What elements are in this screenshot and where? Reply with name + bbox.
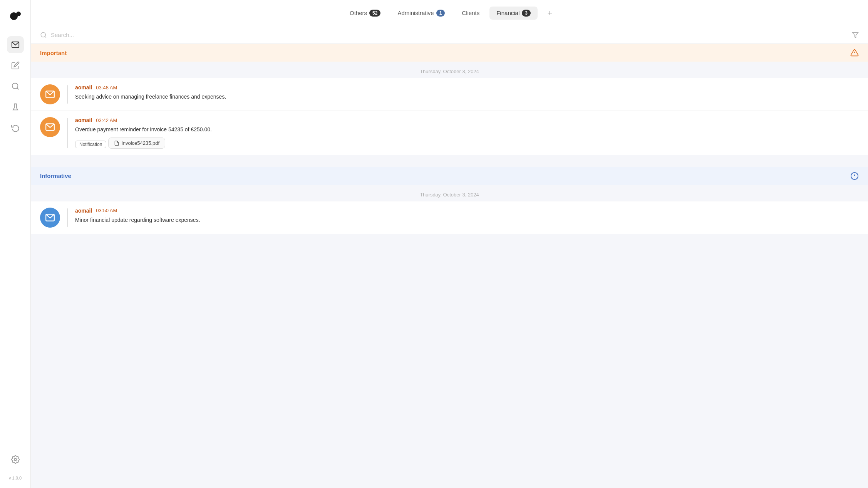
message-header: aomail 03:42 AM <box>75 117 859 123</box>
informative-title: Informative <box>40 173 71 179</box>
message-content: aomail 03:48 AM Seeking advice on managi… <box>75 84 859 101</box>
avatar <box>40 208 60 228</box>
mail-icon[interactable] <box>7 36 24 53</box>
filter-icon[interactable] <box>852 31 859 39</box>
tab-administrative-badge: 1 <box>436 10 445 17</box>
important-date: Thursday, October 3, 2024 <box>31 62 868 78</box>
attachment-name: invoice54235.pdf <box>122 140 159 146</box>
search-sidebar-icon[interactable] <box>7 78 24 95</box>
search-icon <box>40 32 47 39</box>
svg-point-3 <box>12 83 18 89</box>
message-body: Overdue payment reminder for invoice 542… <box>75 126 859 134</box>
important-section-header: Important <box>31 44 868 62</box>
message-body: Seeking advice on managing freelance fin… <box>75 93 859 101</box>
warning-icon <box>850 49 859 57</box>
search-input[interactable] <box>51 32 848 38</box>
message-bar <box>67 118 68 148</box>
informative-section-header: Informative <box>31 167 868 184</box>
tab-financial[interactable]: Financial 3 <box>489 7 538 20</box>
message-body: Minor financial update regarding softwar… <box>75 216 859 224</box>
tab-others[interactable]: Others 52 <box>343 7 387 20</box>
svg-marker-9 <box>853 33 858 38</box>
avatar <box>40 84 60 104</box>
sidebar-bottom: v 1.0.0 <box>7 451 24 480</box>
topnav: Others 52 Administrative 1 Clients Finan… <box>31 0 868 26</box>
message-time: 03:48 AM <box>96 85 117 91</box>
tab-financial-badge: 3 <box>522 10 531 17</box>
svg-point-1 <box>16 12 21 16</box>
tab-others-label: Others <box>350 10 367 16</box>
informative-date: Thursday, October 3, 2024 <box>31 185 868 201</box>
message-header: aomail 03:48 AM <box>75 84 859 91</box>
tab-clients-label: Clients <box>462 10 479 16</box>
message-content: aomail 03:50 AM Minor financial update r… <box>75 208 859 224</box>
tab-administrative[interactable]: Administrative 1 <box>390 7 452 20</box>
message-row: aomail 03:48 AM Seeking advice on managi… <box>31 78 868 111</box>
undo-icon[interactable] <box>7 119 24 136</box>
message-time: 03:42 AM <box>96 117 117 123</box>
sidebar: v 1.0.0 <box>0 0 31 488</box>
message-sender: aomail <box>75 84 92 91</box>
svg-point-6 <box>14 458 17 461</box>
compose-icon[interactable] <box>7 57 24 74</box>
tab-clients[interactable]: Clients <box>455 7 486 19</box>
message-sender: aomail <box>75 117 92 123</box>
settings-icon[interactable] <box>7 451 24 468</box>
svg-line-4 <box>17 88 18 89</box>
attachment-button[interactable]: invoice54235.pdf <box>108 138 165 149</box>
avatar <box>40 117 60 137</box>
tab-administrative-label: Administrative <box>397 10 434 16</box>
app-logo <box>7 8 24 25</box>
main-area: Others 52 Administrative 1 Clients Finan… <box>31 0 868 488</box>
message-header: aomail 03:50 AM <box>75 208 859 214</box>
file-icon <box>114 141 119 146</box>
message-bar <box>67 85 68 104</box>
message-time: 03:50 AM <box>96 208 117 213</box>
important-title: Important <box>40 50 67 56</box>
message-tag: Notification <box>75 141 106 148</box>
message-content: aomail 03:42 AM Overdue payment reminder… <box>75 117 859 149</box>
message-sender: aomail <box>75 208 92 214</box>
lab-icon[interactable] <box>7 99 24 116</box>
tab-others-badge: 52 <box>369 10 380 17</box>
tab-financial-label: Financial <box>496 10 519 16</box>
svg-line-8 <box>45 36 46 37</box>
message-row: aomail 03:50 AM Minor financial update r… <box>31 201 868 234</box>
content-area: Important Thursday, October 3, 2024 <box>31 44 868 488</box>
message-row: aomail 03:42 AM Overdue payment reminder… <box>31 111 868 155</box>
searchbar <box>31 26 868 44</box>
info-icon <box>850 171 859 180</box>
version-label: v 1.0.0 <box>9 476 22 480</box>
add-tab-button[interactable]: + <box>544 7 556 19</box>
svg-point-7 <box>41 32 45 37</box>
message-bar <box>67 208 68 227</box>
